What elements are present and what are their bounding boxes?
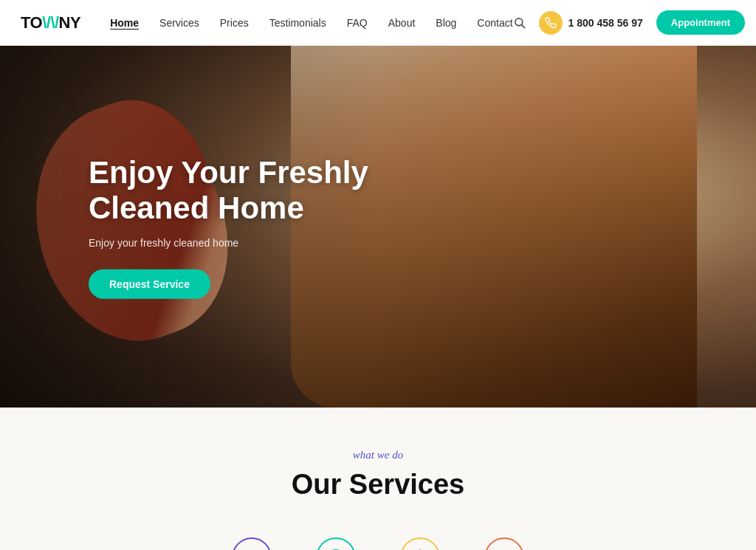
phone-number: 1 800 458 56 97 <box>568 17 643 29</box>
service-item-windows <box>484 537 524 550</box>
nav-blog[interactable]: Blog <box>436 17 456 29</box>
logo-text: TO <box>21 13 42 32</box>
logo[interactable]: TO\/\/NY <box>21 13 80 32</box>
services-section: what we do Our Services <box>0 408 756 550</box>
service-icon-cleaning <box>232 537 272 550</box>
services-eyebrow: what we do <box>21 449 735 461</box>
service-icon-windows <box>484 537 524 550</box>
svg-line-1 <box>521 25 524 28</box>
nav-contact[interactable]: Contact <box>477 17 512 29</box>
phone-icon <box>539 11 563 35</box>
hero-section: Enjoy Your Freshly Cleaned Home Enjoy yo… <box>0 46 756 408</box>
nav-home[interactable]: Home <box>110 17 139 29</box>
nav-about[interactable]: About <box>388 17 416 29</box>
nav-services[interactable]: Services <box>159 17 199 29</box>
hero-title: Enjoy Your Freshly Cleaned Home <box>89 155 399 227</box>
service-item-deep-clean <box>316 537 356 550</box>
logo-slash: \/\/ <box>42 13 58 32</box>
nav-testimonials[interactable]: Testimonials <box>269 17 326 29</box>
service-item-cleaning <box>232 537 272 550</box>
hero-subtitle: Enjoy your freshly cleaned home <box>89 236 399 248</box>
search-button[interactable] <box>513 16 526 29</box>
hero-cta-button[interactable]: Request Service <box>89 269 210 298</box>
services-title: Our Services <box>21 469 735 501</box>
nav-right: 1 800 458 56 97 Appointment <box>513 10 745 35</box>
navbar: TO\/\/NY Home Services Prices Testimonia… <box>0 0 756 46</box>
logo-ny: NY <box>59 13 81 32</box>
nav-prices[interactable]: Prices <box>220 17 249 29</box>
nav-faq[interactable]: FAQ <box>347 17 368 29</box>
service-icon-sweep <box>400 537 440 550</box>
appointment-button[interactable]: Appointment <box>656 10 745 35</box>
hero-content: Enjoy Your Freshly Cleaned Home Enjoy yo… <box>89 155 399 299</box>
nav-links: Home Services Prices Testimonials FAQ Ab… <box>110 17 512 29</box>
phone-wrapper: 1 800 458 56 97 <box>539 11 643 35</box>
services-icons-row <box>21 530 735 550</box>
service-icon-deep-clean <box>316 537 356 550</box>
service-item-sweep <box>400 537 440 550</box>
